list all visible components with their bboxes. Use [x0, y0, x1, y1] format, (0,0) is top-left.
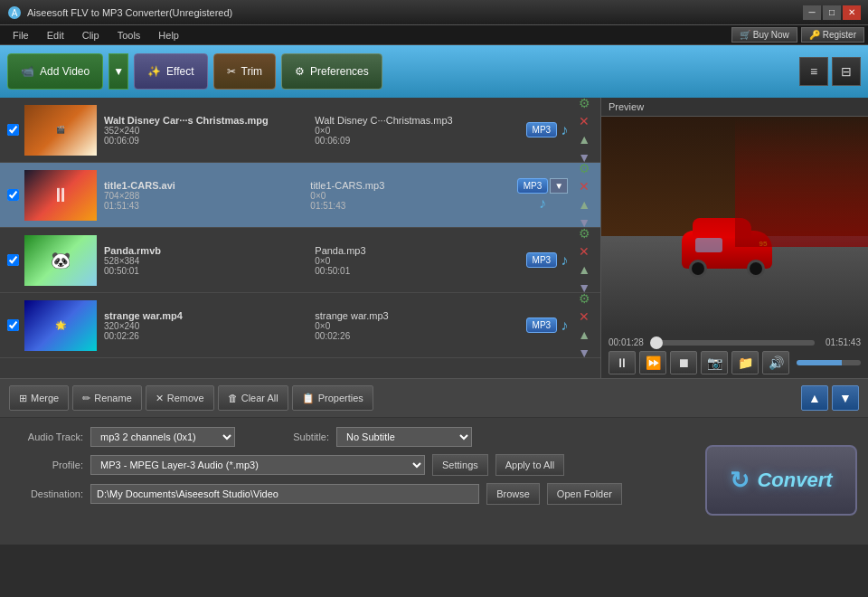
- file-action-buttons: ⚙ ✕ ▲ ▼: [575, 225, 593, 296]
- file-output-info: Walt Disney C···Christmas.mp3 0×0 00:06:…: [315, 115, 525, 146]
- file-source-info: strange war.mp4 320×240 00:02:26: [104, 310, 315, 341]
- open-folder-button[interactable]: Open Folder: [547, 483, 622, 505]
- table-row[interactable]: ⏸ title1-CARS.avi 704×288 01:51:43 title…: [0, 163, 600, 228]
- navigation-buttons: ▲ ▼: [801, 385, 859, 411]
- settings-button[interactable]: Settings: [432, 454, 488, 476]
- file-output-info: Panda.mp3 0×0 00:50:01: [315, 245, 525, 276]
- menu-tools[interactable]: Tools: [108, 28, 150, 43]
- destination-row: Destination: D:\My Documents\Aiseesoft S…: [11, 483, 622, 505]
- list-view-button[interactable]: ≡: [799, 57, 828, 86]
- menu-clip[interactable]: Clip: [73, 28, 108, 43]
- buy-now-button[interactable]: 🛒 Buy Now: [731, 27, 797, 43]
- apply-to-all-button[interactable]: Apply to All: [495, 454, 564, 476]
- file-list: 🎬 Walt Disney Car···s Christmas.mpg 352×…: [0, 98, 601, 378]
- file-down-button[interactable]: ▼: [575, 345, 593, 361]
- file-checkbox[interactable]: [7, 254, 19, 266]
- effect-icon: ✨: [147, 65, 161, 78]
- file-delete-button[interactable]: ✕: [575, 113, 593, 129]
- table-row[interactable]: 🎬 Walt Disney Car···s Christmas.mpg 352×…: [0, 98, 600, 163]
- fast-forward-button[interactable]: ⏩: [639, 351, 666, 374]
- close-button[interactable]: ✕: [843, 5, 861, 20]
- register-button[interactable]: 🔑 Register: [801, 27, 864, 43]
- table-row[interactable]: 🐼 Panda.rmvb 528×384 00:50:01 Panda.mp3 …: [0, 228, 600, 293]
- audio-subtitle-row: Audio Track: mp3 2 channels (0x1) Subtit…: [11, 427, 622, 447]
- key-icon: 🔑: [809, 30, 820, 40]
- menu-file[interactable]: File: [4, 28, 38, 43]
- file-delete-button[interactable]: ✕: [575, 243, 593, 260]
- screenshot-button[interactable]: 📷: [701, 351, 728, 374]
- effect-button[interactable]: ✨ Effect: [134, 53, 207, 90]
- trim-button[interactable]: ✂ Trim: [213, 53, 277, 90]
- file-checkbox[interactable]: [7, 189, 19, 201]
- file-up-button[interactable]: ▲: [575, 131, 593, 147]
- file-thumbnail: 🌟: [24, 300, 97, 351]
- convert-section: ↻ Convert: [705, 445, 859, 517]
- profile-label: Profile:: [11, 460, 83, 470]
- window-controls: ─ □ ✕: [803, 5, 861, 20]
- table-row[interactable]: 🌟 strange war.mp4 320×240 00:02:26 stran…: [0, 293, 600, 358]
- add-video-dropdown-arrow[interactable]: ▼: [108, 53, 128, 90]
- music-icon: ♪: [561, 122, 568, 138]
- move-up-button[interactable]: ▲: [801, 385, 828, 411]
- file-up-button[interactable]: ▲: [575, 327, 593, 343]
- subtitle-select[interactable]: No Subtitle: [336, 427, 472, 447]
- browse-button[interactable]: Browse: [486, 483, 540, 505]
- file-delete-button[interactable]: ✕: [575, 308, 593, 325]
- remove-button[interactable]: ✕ Remove: [146, 385, 214, 411]
- volume-button[interactable]: 🔊: [762, 351, 789, 374]
- profile-select[interactable]: MP3 - MPEG Layer-3 Audio (*.mp3): [90, 455, 425, 475]
- audio-track-select[interactable]: mp3 2 channels (0x1): [90, 427, 235, 447]
- properties-button[interactable]: 📋 Properties: [292, 385, 373, 411]
- maximize-button[interactable]: □: [823, 5, 841, 20]
- subtitle-label: Subtitle:: [257, 431, 329, 442]
- convert-button[interactable]: ↻ Convert: [705, 445, 857, 516]
- file-source-info: title1-CARS.avi 704×288 01:51:43: [104, 180, 310, 211]
- move-down-button[interactable]: ▼: [832, 385, 859, 411]
- time-start: 00:01:28: [609, 337, 649, 347]
- format-badge: MP3: [517, 178, 549, 194]
- file-checkbox[interactable]: [7, 319, 19, 331]
- minimize-button[interactable]: ─: [803, 5, 821, 20]
- file-up-button[interactable]: ▲: [575, 196, 593, 213]
- folder-button[interactable]: 📁: [731, 351, 759, 374]
- grid-view-button[interactable]: ⊟: [832, 57, 861, 86]
- preview-panel: Preview 95 00:: [601, 98, 868, 378]
- cart-icon: 🛒: [740, 30, 750, 40]
- destination-input[interactable]: D:\My Documents\Aiseesoft Studio\Video: [90, 484, 479, 504]
- properties-icon: 📋: [302, 393, 315, 404]
- settings-area: Audio Track: mp3 2 channels (0x1) Subtit…: [0, 418, 633, 521]
- rename-button[interactable]: ✏ Rename: [72, 385, 142, 411]
- stop-button[interactable]: ⏹: [670, 351, 697, 374]
- file-settings-button[interactable]: ⚙: [575, 160, 593, 176]
- gear-icon: ⚙: [295, 65, 305, 78]
- preview-label: Preview: [601, 98, 868, 117]
- file-delete-button[interactable]: ✕: [575, 178, 593, 194]
- audio-track-label: Audio Track:: [11, 431, 83, 442]
- file-output-info: strange war.mp3 0×0 00:02:26: [315, 310, 525, 341]
- menu-edit[interactable]: Edit: [38, 28, 73, 43]
- toolbar: 📹 Add Video ▼ ✨ Effect ✂ Trim ⚙ Preferen…: [0, 45, 868, 98]
- merge-button[interactable]: ⊞ Merge: [9, 385, 69, 411]
- file-thumbnail: ⏸: [24, 170, 97, 221]
- play-pause-button[interactable]: ⏸: [609, 351, 636, 374]
- file-action-buttons: ⚙ ✕ ▲ ▼: [575, 290, 593, 361]
- add-video-button[interactable]: 📹 Add Video: [7, 53, 103, 90]
- progress-bar[interactable]: [655, 340, 815, 346]
- file-checkbox[interactable]: [7, 124, 19, 136]
- profile-row: Profile: MP3 - MPEG Layer-3 Audio (*.mp3…: [11, 454, 622, 476]
- rename-icon: ✏: [82, 393, 90, 404]
- menu-help[interactable]: Help: [149, 28, 188, 43]
- preview-buttons: ⏸ ⏩ ⏹ 📷 📁 🔊: [609, 351, 861, 374]
- preferences-button[interactable]: ⚙ Preferences: [281, 53, 382, 90]
- file-settings-button[interactable]: ⚙: [575, 290, 593, 307]
- file-settings-button[interactable]: ⚙: [575, 98, 593, 111]
- add-video-icon: 📹: [21, 65, 34, 78]
- volume-slider[interactable]: [797, 360, 861, 365]
- file-up-button[interactable]: ▲: [575, 261, 593, 278]
- clear-icon: 🗑: [228, 393, 238, 403]
- remove-icon: ✕: [156, 393, 164, 404]
- clear-all-button[interactable]: 🗑 Clear All: [218, 385, 288, 411]
- file-settings-button[interactable]: ⚙: [575, 225, 593, 242]
- music-icon: ♪: [539, 195, 546, 212]
- format-dropdown[interactable]: ▼: [550, 178, 568, 194]
